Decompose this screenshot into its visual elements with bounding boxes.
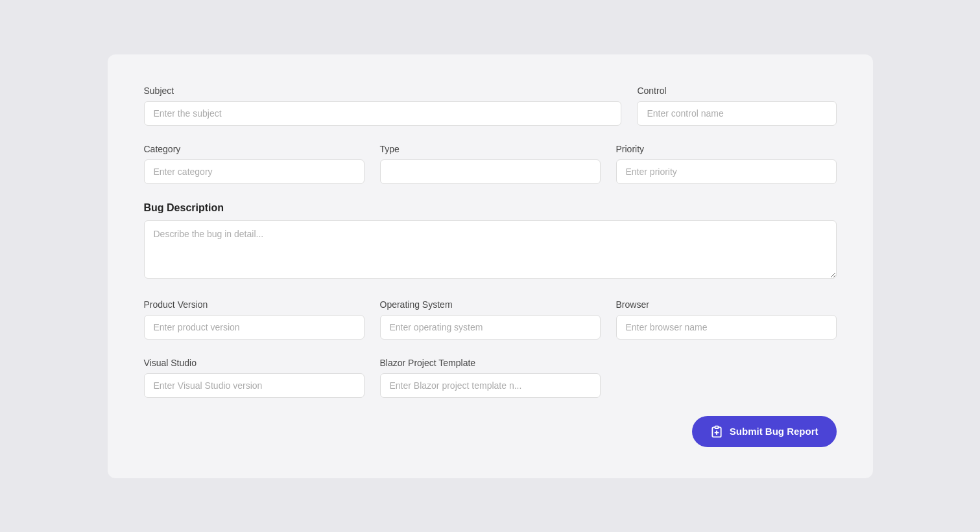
subject-group: Subject: [144, 86, 622, 126]
visual-studio-input[interactable]: [144, 373, 365, 398]
category-group: Category: [144, 144, 365, 184]
blazor-template-label: Blazor Project Template: [380, 358, 601, 368]
operating-system-group: Operating System: [380, 299, 601, 340]
submit-row: Submit Bug Report: [144, 416, 837, 447]
control-input[interactable]: [637, 101, 836, 126]
category-input[interactable]: [144, 159, 365, 184]
type-input[interactable]: Bug report: [380, 159, 601, 184]
control-group: Control: [637, 86, 836, 126]
control-label: Control: [637, 86, 836, 96]
product-version-label: Product Version: [144, 299, 365, 310]
blazor-template-input[interactable]: [380, 373, 601, 398]
clipboard-icon: [710, 425, 723, 438]
visual-studio-group: Visual Studio: [144, 358, 365, 398]
category-label: Category: [144, 144, 365, 154]
form-card: Subject Control Category Type Bug report…: [108, 54, 873, 478]
browser-group: Browser: [616, 299, 837, 340]
browser-input[interactable]: [616, 315, 837, 340]
product-os-browser-row: Product Version Operating System Browser: [144, 299, 837, 340]
product-version-group: Product Version: [144, 299, 365, 340]
bug-description-section: Bug Description: [144, 202, 837, 281]
blazor-template-group: Blazor Project Template: [380, 358, 601, 398]
bug-description-textarea[interactable]: [144, 220, 837, 279]
submit-button-label: Submit Bug Report: [730, 426, 819, 437]
browser-label: Browser: [616, 299, 837, 310]
operating-system-input[interactable]: [380, 315, 601, 340]
vs-blazor-row: Visual Studio Blazor Project Template: [144, 358, 837, 398]
type-label: Type: [380, 144, 601, 154]
visual-studio-label: Visual Studio: [144, 358, 365, 368]
submit-bug-report-button[interactable]: Submit Bug Report: [692, 416, 837, 447]
category-type-priority-row: Category Type Bug report Priority: [144, 144, 837, 184]
priority-label: Priority: [616, 144, 837, 154]
bug-description-label: Bug Description: [144, 202, 837, 214]
operating-system-label: Operating System: [380, 299, 601, 310]
subject-input[interactable]: [144, 101, 622, 126]
product-version-input[interactable]: [144, 315, 365, 340]
subject-label: Subject: [144, 86, 622, 96]
subject-control-row: Subject Control: [144, 86, 837, 126]
empty-spacer: [616, 358, 837, 398]
type-group: Type Bug report: [380, 144, 601, 184]
svg-rect-0: [715, 426, 718, 428]
priority-group: Priority: [616, 144, 837, 184]
priority-input[interactable]: [616, 159, 837, 184]
